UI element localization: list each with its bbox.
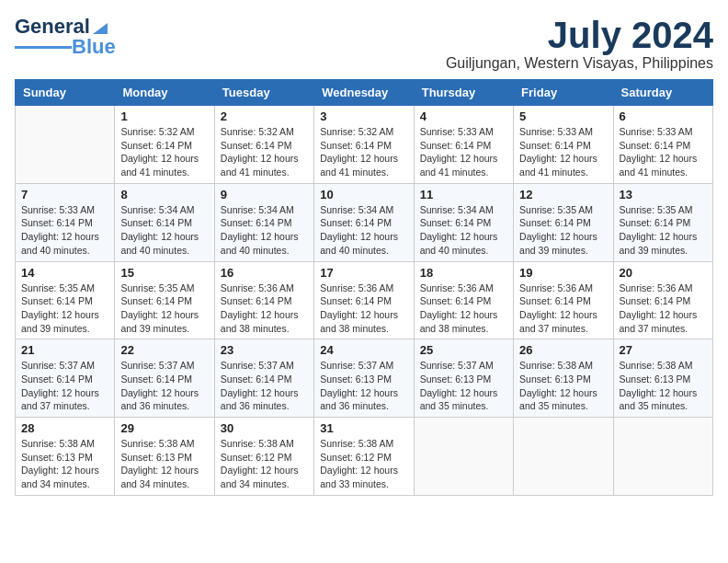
- day-info: Sunrise: 5:35 AMSunset: 6:14 PMDaylight:…: [120, 282, 208, 336]
- day-info: Sunrise: 5:38 AMSunset: 6:13 PMDaylight:…: [519, 359, 607, 413]
- day-info: Sunrise: 5:35 AMSunset: 6:14 PMDaylight:…: [21, 282, 108, 336]
- calendar-cell: 5Sunrise: 5:33 AMSunset: 6:14 PMDaylight…: [514, 106, 613, 184]
- daylight-text: Daylight: 12 hours and 40 minutes.: [221, 230, 308, 257]
- logo-icon: [91, 17, 109, 36]
- day-info: Sunrise: 5:38 AMSunset: 6:12 PMDaylight:…: [221, 437, 308, 491]
- weekday-header-sunday: Sunday: [16, 80, 115, 106]
- day-info: Sunrise: 5:38 AMSunset: 6:13 PMDaylight:…: [120, 437, 208, 491]
- calendar-cell: 10Sunrise: 5:34 AMSunset: 6:14 PMDayligh…: [314, 183, 414, 261]
- sunrise-text: Sunrise: 5:37 AM: [21, 359, 108, 373]
- day-number: 22: [120, 343, 208, 357]
- calendar-cell: 8Sunrise: 5:34 AMSunset: 6:14 PMDaylight…: [115, 183, 214, 261]
- sunrise-text: Sunrise: 5:38 AM: [519, 359, 607, 373]
- calendar-cell: 19Sunrise: 5:36 AMSunset: 6:14 PMDayligh…: [514, 261, 613, 339]
- calendar-cell: 13Sunrise: 5:35 AMSunset: 6:14 PMDayligh…: [613, 183, 712, 261]
- day-info: Sunrise: 5:33 AMSunset: 6:14 PMDaylight:…: [620, 125, 707, 179]
- daylight-text: Daylight: 12 hours and 39 minutes.: [21, 308, 108, 335]
- day-number: 7: [21, 188, 108, 201]
- sunrise-text: Sunrise: 5:34 AM: [120, 203, 208, 217]
- day-number: 30: [221, 421, 308, 435]
- sunset-text: Sunset: 6:14 PM: [620, 139, 707, 153]
- day-info: Sunrise: 5:34 AMSunset: 6:14 PMDaylight:…: [320, 203, 407, 258]
- sunrise-text: Sunrise: 5:38 AM: [120, 437, 208, 451]
- sunset-text: Sunset: 6:14 PM: [320, 294, 407, 308]
- calendar-table: SundayMondayTuesdayWednesdayThursdayFrid…: [15, 79, 713, 496]
- sunset-text: Sunset: 6:13 PM: [420, 373, 507, 386]
- weekday-header-tuesday: Tuesday: [214, 80, 313, 106]
- day-info: Sunrise: 5:38 AMSunset: 6:13 PMDaylight:…: [21, 437, 108, 491]
- calendar-cell: 22Sunrise: 5:37 AMSunset: 6:14 PMDayligh…: [115, 339, 214, 418]
- day-info: Sunrise: 5:32 AMSunset: 6:14 PMDaylight:…: [221, 125, 308, 179]
- day-number: 19: [519, 266, 607, 280]
- day-info: Sunrise: 5:36 AMSunset: 6:14 PMDaylight:…: [420, 282, 507, 336]
- sunset-text: Sunset: 6:14 PM: [221, 216, 308, 230]
- daylight-text: Daylight: 12 hours and 37 minutes.: [620, 308, 707, 335]
- day-number: 26: [519, 343, 607, 357]
- daylight-text: Daylight: 12 hours and 39 minutes.: [620, 230, 707, 257]
- day-info: Sunrise: 5:38 AMSunset: 6:13 PMDaylight:…: [620, 359, 707, 413]
- day-info: Sunrise: 5:35 AMSunset: 6:14 PMDaylight:…: [519, 203, 607, 258]
- calendar-cell: 7Sunrise: 5:33 AMSunset: 6:14 PMDaylight…: [16, 183, 115, 261]
- day-info: Sunrise: 5:36 AMSunset: 6:14 PMDaylight:…: [620, 282, 707, 336]
- sunrise-text: Sunrise: 5:36 AM: [221, 282, 308, 295]
- daylight-text: Daylight: 12 hours and 40 minutes.: [21, 230, 108, 257]
- sunset-text: Sunset: 6:14 PM: [420, 139, 507, 153]
- sunset-text: Sunset: 6:14 PM: [120, 294, 208, 308]
- day-number: 24: [320, 343, 407, 357]
- daylight-text: Daylight: 12 hours and 41 minutes.: [420, 152, 507, 178]
- day-number: 9: [221, 188, 308, 201]
- day-info: Sunrise: 5:36 AMSunset: 6:14 PMDaylight:…: [221, 282, 308, 336]
- logo-blue-text: Blue: [72, 35, 116, 59]
- calendar-cell: 15Sunrise: 5:35 AMSunset: 6:14 PMDayligh…: [115, 261, 214, 339]
- sunset-text: Sunset: 6:14 PM: [420, 216, 507, 230]
- day-number: 10: [320, 188, 407, 201]
- sunset-text: Sunset: 6:14 PM: [120, 373, 208, 386]
- day-info: Sunrise: 5:35 AMSunset: 6:14 PMDaylight:…: [620, 203, 707, 258]
- sunrise-text: Sunrise: 5:36 AM: [519, 282, 607, 295]
- svg-marker-0: [93, 23, 108, 34]
- day-number: 25: [420, 343, 507, 357]
- day-number: 23: [221, 343, 308, 357]
- sunset-text: Sunset: 6:13 PM: [320, 373, 407, 386]
- daylight-text: Daylight: 12 hours and 39 minutes.: [519, 230, 607, 257]
- day-info: Sunrise: 5:33 AMSunset: 6:14 PMDaylight:…: [420, 125, 507, 179]
- sunrise-text: Sunrise: 5:38 AM: [221, 437, 308, 451]
- sunset-text: Sunset: 6:14 PM: [519, 139, 607, 153]
- day-info: Sunrise: 5:34 AMSunset: 6:14 PMDaylight:…: [221, 203, 308, 258]
- sunrise-text: Sunrise: 5:32 AM: [221, 125, 308, 139]
- week-row-4: 28Sunrise: 5:38 AMSunset: 6:13 PMDayligh…: [16, 418, 713, 496]
- daylight-text: Daylight: 12 hours and 38 minutes.: [420, 308, 507, 335]
- calendar-cell: 30Sunrise: 5:38 AMSunset: 6:12 PMDayligh…: [214, 418, 313, 496]
- daylight-text: Daylight: 12 hours and 34 minutes.: [21, 464, 108, 490]
- sunset-text: Sunset: 6:14 PM: [320, 216, 407, 230]
- calendar-cell: 29Sunrise: 5:38 AMSunset: 6:13 PMDayligh…: [115, 418, 214, 496]
- day-number: 11: [420, 188, 507, 201]
- daylight-text: Daylight: 12 hours and 41 minutes.: [320, 152, 407, 178]
- day-number: 18: [420, 266, 507, 280]
- weekday-header-monday: Monday: [115, 80, 214, 106]
- day-number: 3: [320, 109, 407, 123]
- daylight-text: Daylight: 12 hours and 35 minutes.: [519, 386, 607, 413]
- sunrise-text: Sunrise: 5:35 AM: [620, 203, 707, 217]
- weekday-header-row: SundayMondayTuesdayWednesdayThursdayFrid…: [16, 80, 713, 106]
- calendar-cell: 16Sunrise: 5:36 AMSunset: 6:14 PMDayligh…: [214, 261, 313, 339]
- calendar-cell: 17Sunrise: 5:36 AMSunset: 6:14 PMDayligh…: [314, 261, 414, 339]
- sunset-text: Sunset: 6:14 PM: [620, 294, 707, 308]
- sunset-text: Sunset: 6:14 PM: [620, 216, 707, 230]
- daylight-text: Daylight: 12 hours and 41 minutes.: [120, 152, 208, 178]
- day-info: Sunrise: 5:32 AMSunset: 6:14 PMDaylight:…: [320, 125, 407, 179]
- calendar-cell: 3Sunrise: 5:32 AMSunset: 6:14 PMDaylight…: [314, 106, 414, 184]
- sunset-text: Sunset: 6:13 PM: [120, 451, 208, 465]
- day-number: 27: [620, 343, 707, 357]
- calendar-cell: 2Sunrise: 5:32 AMSunset: 6:14 PMDaylight…: [214, 106, 313, 184]
- sunset-text: Sunset: 6:14 PM: [221, 139, 308, 153]
- sunrise-text: Sunrise: 5:35 AM: [120, 282, 208, 295]
- day-info: Sunrise: 5:37 AMSunset: 6:13 PMDaylight:…: [320, 359, 407, 413]
- sunset-text: Sunset: 6:14 PM: [519, 216, 607, 230]
- week-row-0: 1Sunrise: 5:32 AMSunset: 6:14 PMDaylight…: [16, 106, 713, 184]
- day-number: 8: [120, 188, 208, 201]
- calendar-cell: 26Sunrise: 5:38 AMSunset: 6:13 PMDayligh…: [514, 339, 613, 418]
- sunset-text: Sunset: 6:13 PM: [21, 451, 108, 465]
- daylight-text: Daylight: 12 hours and 38 minutes.: [221, 308, 308, 335]
- calendar-cell: [16, 106, 115, 184]
